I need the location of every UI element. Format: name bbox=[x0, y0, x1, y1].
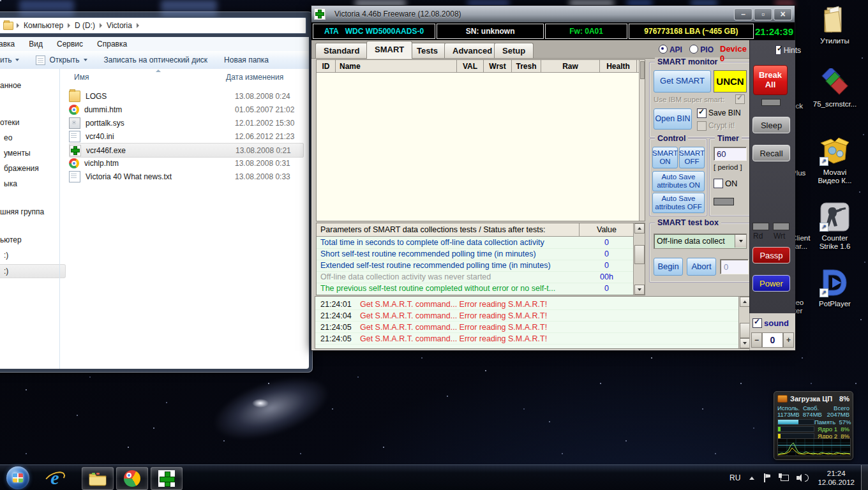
action-center-flag-icon[interactable] bbox=[763, 473, 771, 482]
desktop-icon-potplayer[interactable]: ↗ PotPlayer bbox=[800, 268, 868, 308]
start-button[interactable] bbox=[6, 466, 29, 489]
sound-checkbox[interactable] bbox=[752, 318, 762, 328]
minimize-button[interactable] bbox=[734, 8, 752, 20]
taskbar-chrome-button[interactable] bbox=[116, 467, 148, 490]
scroll-thumb[interactable] bbox=[740, 323, 750, 338]
col-raw[interactable]: Raw bbox=[541, 60, 600, 73]
column-header-name[interactable]: Имя bbox=[74, 73, 89, 82]
column-header-date[interactable]: Дата изменения bbox=[226, 73, 283, 82]
break-all-button[interactable]: Break All bbox=[753, 65, 788, 95]
nav-item-favorites[interactable]: анное bbox=[0, 79, 61, 92]
nav-item-video[interactable]: ео bbox=[0, 131, 65, 144]
parameter-row[interactable]: Off-line data collection activity was ne… bbox=[317, 271, 634, 283]
col-id[interactable]: ID bbox=[317, 60, 336, 73]
col-wrst[interactable]: Wrst bbox=[484, 60, 512, 73]
desktop-icon-counter-strike[interactable]: ↗ Counter Strike 1.6 bbox=[800, 202, 868, 250]
tab-standard[interactable]: Standard bbox=[315, 43, 368, 58]
parameter-row[interactable]: Total time in seconds to complete off-li… bbox=[317, 237, 634, 249]
nav-item-documents[interactable]: ументы bbox=[0, 147, 65, 160]
parameter-row[interactable]: Short self-test routine recommended poll… bbox=[317, 248, 634, 260]
file-row[interactable]: dummi.htm01.05.2007 21:02 bbox=[69, 103, 304, 116]
menu-item-service[interactable]: Сервис bbox=[57, 40, 83, 48]
menu-item-edit[interactable]: авка bbox=[0, 40, 15, 48]
parameter-row[interactable]: The previous self-test routine completed… bbox=[317, 283, 634, 295]
parameter-row[interactable]: Extended self-test routine recommended p… bbox=[317, 260, 634, 272]
file-row[interactable]: Victoria 40 What news.txt13.08.2008 0:33 bbox=[69, 170, 304, 183]
smart-off-button[interactable]: SMART OFF bbox=[679, 147, 705, 168]
timer-period-input[interactable]: 60 bbox=[714, 147, 747, 161]
volume-decrease-button[interactable]: − bbox=[751, 332, 762, 348]
menu-item-help[interactable]: Справка bbox=[97, 40, 127, 48]
get-smart-button[interactable]: Get SMART bbox=[654, 70, 711, 93]
scroll-up-icon[interactable] bbox=[740, 297, 750, 307]
nav-item-libraries[interactable]: отеки bbox=[0, 116, 61, 129]
desktop-icon-movavi[interactable]: ↗ Movavi Видео К... bbox=[800, 137, 868, 184]
breadcrumb-item[interactable]: D (D:) bbox=[72, 18, 98, 33]
nav-item-pictures[interactable]: бражения bbox=[0, 162, 65, 175]
abort-test-button[interactable]: Abort bbox=[687, 258, 716, 276]
log-scrollbar[interactable] bbox=[738, 297, 750, 348]
nav-item-music[interactable]: ыка bbox=[0, 177, 65, 190]
open-button[interactable]: Открыть bbox=[36, 56, 87, 65]
maximize-button[interactable] bbox=[754, 8, 772, 20]
breadcrumb-item[interactable]: Компьютер bbox=[21, 18, 66, 33]
breadcrumb-item[interactable]: Victoria bbox=[104, 18, 135, 33]
begin-test-button[interactable]: Begin bbox=[654, 258, 683, 276]
parameters-scrollbar[interactable] bbox=[633, 223, 645, 295]
network-icon[interactable] bbox=[779, 473, 789, 482]
scroll-thumb[interactable] bbox=[634, 245, 645, 264]
burn-disc-button[interactable]: Записать на оптический диск bbox=[104, 56, 208, 64]
language-indicator[interactable]: RU bbox=[730, 473, 740, 482]
show-desktop-button[interactable] bbox=[861, 465, 868, 490]
organize-button[interactable]: ить bbox=[0, 56, 19, 64]
nav-item-computer[interactable]: ьютер bbox=[0, 234, 61, 246]
smart-on-button[interactable]: SMART ON bbox=[652, 147, 678, 168]
tray-clock[interactable]: 21:24 12.06.2012 bbox=[818, 469, 855, 487]
file-row[interactable]: vcr40.ini12.06.2012 21:23 bbox=[69, 130, 304, 143]
hints-checkbox[interactable]: Hints bbox=[775, 45, 801, 55]
file-row[interactable]: vichlp.htm13.08.2008 0:31 bbox=[69, 156, 304, 170]
scroll-down-icon[interactable] bbox=[740, 338, 750, 348]
nav-item-homegroup[interactable]: шняя группа bbox=[0, 205, 61, 218]
col-tresh[interactable]: Tresh bbox=[512, 60, 541, 73]
recall-button[interactable]: Recall bbox=[752, 145, 790, 161]
save-bin-checkbox[interactable] bbox=[697, 108, 707, 118]
sleep-button[interactable]: Sleep bbox=[752, 117, 790, 133]
pio-radio[interactable]: PIO bbox=[689, 45, 714, 54]
desktop-icon-scrnstcr[interactable]: 75_scrnstcr... bbox=[800, 68, 868, 108]
tab-smart[interactable]: SMART bbox=[366, 41, 412, 59]
cpu-gadget[interactable]: Загрузка ЦП 8% Исполь. Своб. Всего 1173М… bbox=[774, 391, 853, 460]
open-bin-button[interactable]: Open BIN bbox=[654, 108, 692, 130]
power-button[interactable]: Power bbox=[752, 275, 790, 292]
file-row[interactable]: LOGS13.08.2008 0:24 bbox=[69, 89, 304, 103]
desktop-icon-utilities[interactable]: Утилиты bbox=[800, 5, 868, 45]
volume-icon[interactable] bbox=[797, 473, 809, 482]
timer-on-checkbox[interactable] bbox=[714, 179, 723, 188]
api-radio[interactable]: API bbox=[659, 45, 682, 54]
address-bar[interactable]: Компьютер D (D:) Victoria bbox=[0, 17, 306, 34]
tab-setup[interactable]: Setup bbox=[494, 43, 534, 58]
file-row[interactable]: porttalk.sys12.01.2002 15:30 bbox=[69, 116, 304, 130]
file-row-selected[interactable]: vcr446f.exe13.08.2008 0:21 bbox=[69, 143, 304, 158]
nav-item-drive-c[interactable]: :) bbox=[0, 249, 65, 262]
tab-advanced[interactable]: Advanced bbox=[444, 43, 500, 58]
scroll-up-icon[interactable] bbox=[634, 223, 645, 234]
taskbar-victoria-button[interactable] bbox=[151, 467, 183, 490]
volume-increase-button[interactable]: + bbox=[783, 332, 794, 348]
autosave-on-button[interactable]: Auto Save attributes ON bbox=[652, 171, 705, 191]
col-val[interactable]: VAL bbox=[457, 60, 484, 73]
col-health[interactable]: Health bbox=[600, 60, 637, 73]
test-mode-dropdown[interactable]: Off-line data collect bbox=[654, 234, 747, 249]
scroll-down-icon[interactable] bbox=[634, 285, 645, 295]
tab-tests[interactable]: Tests bbox=[408, 43, 446, 58]
nav-item-drive-d[interactable]: :) bbox=[0, 264, 66, 278]
taskbar-ie-button[interactable]: e bbox=[42, 466, 68, 489]
victoria-title-bar[interactable]: Victoria 4.46b Freeware (12.08.2008) bbox=[311, 6, 795, 22]
hidden-icons-arrow[interactable] bbox=[749, 477, 754, 480]
autosave-off-button[interactable]: Auto Save attributes OFF bbox=[652, 193, 705, 213]
attributes-scrollbar[interactable] bbox=[639, 60, 645, 221]
menu-item-view[interactable]: Вид bbox=[29, 40, 43, 48]
new-folder-button[interactable]: Новая папка bbox=[224, 56, 269, 64]
close-button[interactable] bbox=[774, 8, 792, 20]
col-name[interactable]: Name bbox=[336, 60, 457, 73]
